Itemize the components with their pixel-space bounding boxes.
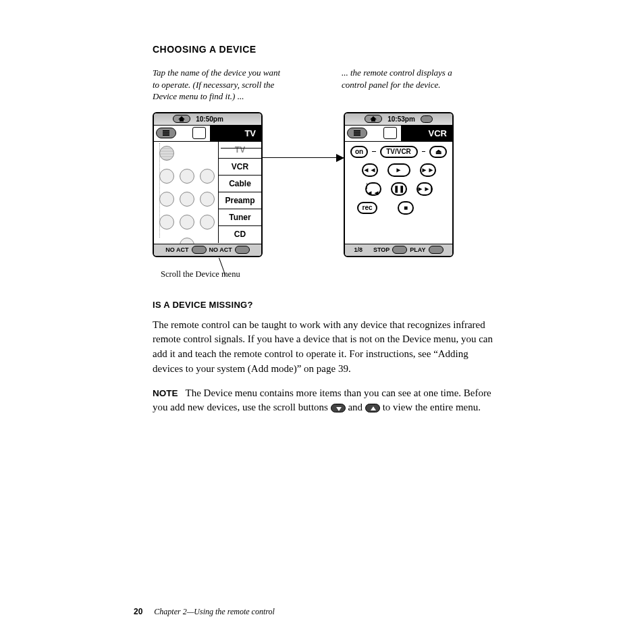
note-paragraph: NOTE The Device menu contains more items… [153, 386, 497, 416]
prev-button[interactable]: |◄◄ [365, 182, 381, 196]
home-icon [365, 115, 382, 123]
eject-button[interactable]: ⏏ [429, 146, 447, 158]
svg-rect-1 [163, 132, 169, 134]
stop-button[interactable]: ■ [398, 201, 414, 215]
scroll-icon [421, 115, 433, 123]
footer-page: 1/8 [354, 246, 363, 253]
heading-choosing-device: CHOOSING A DEVICE [153, 44, 497, 55]
figures-row: 10:50pm TV TV [153, 112, 497, 257]
pause-button[interactable]: ❚❚ [391, 182, 407, 196]
scroll-down-icon[interactable] [392, 246, 407, 254]
chapter-title: Chapter 2—Using the remote control [154, 607, 274, 616]
rewind-button[interactable]: ◄◄ [362, 163, 378, 177]
tvvcr-button[interactable]: TV/VCR [380, 146, 418, 158]
menu-icon [347, 128, 367, 138]
next-button[interactable]: ►►| [417, 182, 433, 196]
clock-left: 10:50pm [196, 115, 223, 123]
page-footer: 20 Chapter 2—Using the remote control [134, 607, 275, 617]
footer-stop: STOP [373, 246, 390, 253]
note-label: NOTE [153, 388, 178, 398]
scroll-down-icon [331, 404, 346, 412]
screen-vcr-panel: 10:53pm VCR on TV/VCR ⏏ [344, 112, 454, 257]
scroll-caption: Scroll the Device menu [161, 269, 497, 279]
page-number: 20 [134, 607, 142, 616]
rec-button[interactable]: rec [357, 202, 377, 214]
scroll-down-icon[interactable] [192, 246, 207, 254]
device-menu-list: TV VCR Cable Preamp Tuner CD [218, 142, 261, 243]
svg-rect-4 [354, 132, 360, 134]
svg-rect-0 [163, 130, 169, 132]
menu-icon [156, 128, 176, 138]
device-label-right: VCR [401, 126, 452, 141]
device-icon [383, 127, 397, 139]
svg-rect-3 [354, 130, 360, 132]
menu-item-cable[interactable]: Cable [219, 176, 261, 192]
caption-right: ... the remote control displays a contro… [342, 67, 470, 103]
clock-right: 10:53pm [387, 115, 415, 123]
svg-rect-2 [163, 134, 169, 136]
footer-play: PLAY [410, 246, 425, 253]
number-pad-faded [159, 146, 219, 255]
footer-noact-left: NO ACT [165, 246, 188, 253]
menu-item-vcr[interactable]: VCR [219, 159, 261, 176]
menu-item-cd[interactable]: CD [219, 226, 261, 243]
menu-item-tuner[interactable]: Tuner [219, 209, 261, 226]
screen-device-menu: 10:50pm TV TV [153, 112, 263, 257]
note-text-b: and [346, 402, 365, 412]
device-label-left: TV [210, 126, 261, 141]
play-button[interactable]: ► [387, 163, 410, 177]
scroll-up-icon [365, 404, 380, 412]
caption-left: Tap the name of the device you want to o… [153, 67, 288, 103]
menu-item-tv[interactable]: TV [219, 142, 261, 159]
ffwd-button[interactable]: ►► [420, 163, 436, 177]
on-button[interactable]: on [350, 146, 368, 158]
menu-item-preamp[interactable]: Preamp [219, 192, 261, 209]
note-text-c: to view the entire menu. [380, 402, 481, 412]
device-icon [192, 127, 206, 139]
svg-rect-5 [354, 134, 360, 136]
scroll-up-icon[interactable] [429, 246, 444, 254]
home-icon [173, 115, 190, 123]
para-missing-device: The remote control can be taught to work… [153, 318, 497, 377]
arrow-between-screens [263, 157, 344, 158]
scroll-up-icon[interactable] [235, 246, 250, 254]
heading-device-missing: IS A DEVICE MISSING? [153, 300, 497, 310]
footer-noact-right: NO ACT [209, 246, 232, 253]
